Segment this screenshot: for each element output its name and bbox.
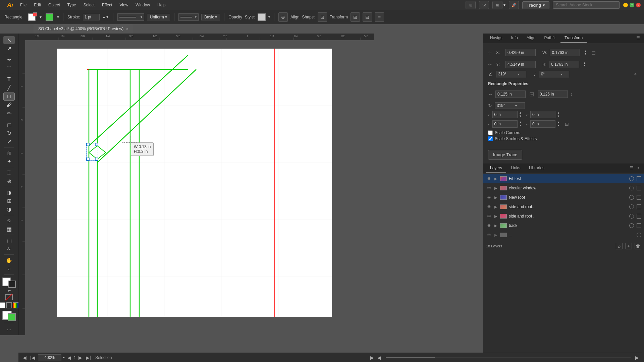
panel-options-icon[interactable]: ☰ [635,34,641,43]
zoom-next-btn[interactable]: ▶ [77,355,83,360]
rect-rotation-dropdown[interactable]: ▾ [515,104,517,108]
tab-transform[interactable]: Transform [560,34,587,43]
layer-target-circle[interactable] [629,223,634,228]
layer-item[interactable]: 👁 ▶ side and roof... [483,202,644,212]
corner-bl-input[interactable] [492,120,518,128]
layer-lock-icon[interactable] [637,214,641,219]
selection-tool[interactable]: ↖ [3,36,15,44]
edit-toolbar-btn[interactable]: … [3,325,15,333]
menu-edit[interactable]: Edit [31,1,44,9]
layer-visibility-eye[interactable]: 👁 [486,204,492,210]
rect-height-arrow[interactable]: ↕ [571,92,573,97]
layer-expand-arrow[interactable]: ▶ [493,195,498,200]
layer-visibility-eye[interactable]: 👁 [486,194,492,200]
menu-effect[interactable]: Effect [99,1,115,9]
layer-expand-arrow[interactable]: ▶ [493,204,498,209]
layer-lock-icon[interactable] [637,204,641,209]
fill-mode-btn[interactable] [0,302,5,308]
zoom-first-btn[interactable]: |◀ [29,355,36,360]
scale-tool[interactable]: ⤢ [3,138,15,145]
paintbrush-tool[interactable]: 🖌 [3,101,15,109]
wh-link-icon[interactable]: ⊟ [590,47,597,59]
scroll-right-btn[interactable]: ▶ [635,355,639,360]
y-input[interactable] [505,61,536,68]
artboard-tool[interactable]: ⬚ [3,237,15,244]
zoom-last-btn[interactable]: ▶| [85,355,92,360]
rectangle-tool[interactable]: □ [3,93,15,101]
eyedropper-tool[interactable]: ⌶ [3,169,15,177]
corner-tl-input[interactable] [492,111,518,118]
pen-tool[interactable]: ✒ [3,56,15,64]
document-tab-item[interactable]: SG Chapel v3.ai* @ 400% (RGB/GPU Preview… [34,24,133,34]
slice-tool[interactable]: ✁ [3,245,15,253]
rect-link-icon[interactable]: ⊟ [528,88,535,100]
layer-item[interactable]: 👁 ▶ circular window [483,183,644,193]
zoom-down-btn[interactable]: ◀ [22,355,28,360]
layer-target-circle[interactable] [629,204,634,209]
zoom-tool[interactable]: ⌕ [3,265,15,273]
fill-color-picker[interactable] [27,12,37,22]
gradient-mode-btn[interactable] [13,302,19,308]
libraries-icon[interactable]: ⊞ [466,1,476,9]
corner-br-input[interactable] [530,120,555,128]
search-layers-icon[interactable]: ⌕ [616,243,623,249]
layers-collapse-icon[interactable]: ‣ [636,164,641,173]
none-color-indicator[interactable] [5,294,13,300]
layer-visibility-eye[interactable]: 👁 [486,213,492,219]
stroke-color[interactable] [8,281,16,288]
pencil-tool[interactable]: ✏ [3,110,15,117]
layers-tab-layers[interactable]: Layers [486,164,506,173]
stroke-color-picker[interactable] [44,12,54,22]
h-input[interactable] [549,61,579,68]
layer-expand-arrow[interactable]: ▶ [493,223,498,228]
stroke-weight-input[interactable] [83,14,100,20]
locate-icon[interactable]: ⌖ [631,70,639,78]
more-icon[interactable]: ≡ [375,12,384,22]
layers-options-icon[interactable]: ☰ [629,164,635,173]
symbol-icon[interactable]: ⊕ [278,12,288,22]
direct-selection-tool[interactable]: ↗ [3,45,15,52]
shear-dropdown[interactable]: ▾ [561,72,562,76]
tab-align[interactable]: Align [523,34,540,43]
menu-help[interactable]: Help [154,1,169,9]
angle-dropdown[interactable]: ▾ [518,72,520,76]
brush-style-dropdown[interactable]: ▾ [178,13,199,21]
doc-close-button[interactable]: × [126,27,128,31]
layer-item[interactable]: 👁 ▶ side and roof ... [483,212,644,221]
image-trace-button[interactable]: Image Trace [488,150,522,160]
rect-height-input[interactable] [538,90,568,98]
w-input[interactable] [550,49,580,56]
layer-expand-arrow[interactable]: ▶ [493,214,498,219]
add-layer-icon[interactable]: + [625,243,632,249]
layer-target-circle[interactable] [629,176,634,181]
h-stepper[interactable]: ▲ ▼ [583,62,586,67]
scroll-left-btn[interactable]: ◀ [377,355,381,360]
layer-expand-arrow[interactable]: ▶ [493,176,498,181]
corner-tr-stepper[interactable]: ▲ ▼ [557,111,560,118]
hand-tool[interactable]: ✋ [3,256,15,264]
layer-expand-arrow[interactable]: ▶ [493,233,498,237]
color-indicator[interactable] [2,278,16,288]
layer-item[interactable]: 👁 ▶ back [483,221,644,230]
style-color[interactable] [258,13,266,21]
uniform-dropdown[interactable]: Uniform ▾ [147,14,170,20]
menu-type[interactable]: Type [64,1,79,9]
corner-tr-input[interactable] [530,111,555,118]
blend-tool[interactable]: ◑ [3,205,15,213]
layers-tab-libraries[interactable]: Libraries [525,164,548,173]
x-input[interactable] [505,49,536,56]
minimize-button[interactable]: − [623,3,628,7]
menu-select[interactable]: Select [80,1,98,9]
menu-view[interactable]: View [116,1,132,9]
scale-strokes-checkbox[interactable] [488,136,493,141]
layer-target-circle[interactable] [637,233,641,237]
layer-lock-icon[interactable] [637,176,641,181]
style-dropdown[interactable]: ▾ [268,15,270,19]
stroke-weight-stepper[interactable]: ▲▼ [102,15,109,19]
zoom-input[interactable] [38,354,61,361]
tab-info[interactable]: Info [507,34,522,43]
tab-pathfinder[interactable]: Pathfir [540,34,560,43]
scale-corners-checkbox[interactable] [488,130,493,135]
close-button[interactable]: × [636,3,641,7]
layer-lock-icon[interactable] [637,195,641,200]
